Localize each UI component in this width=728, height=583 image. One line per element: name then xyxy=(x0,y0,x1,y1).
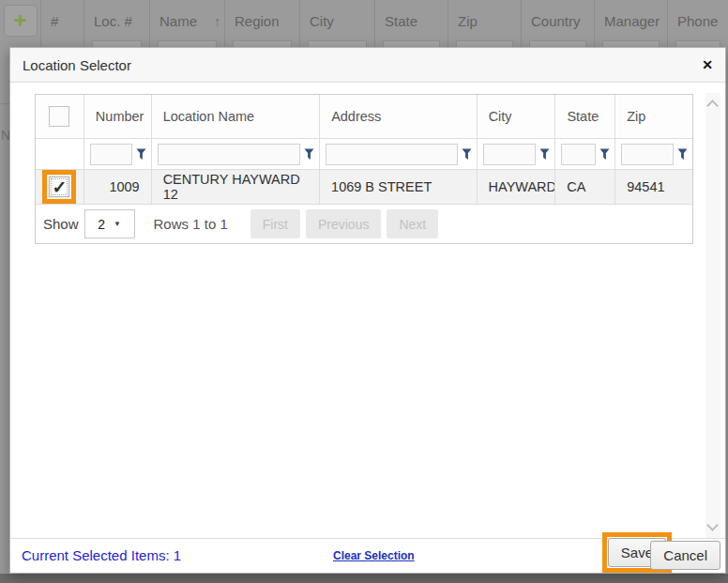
filter-cell-state xyxy=(555,139,615,169)
filter-cell-location-name xyxy=(152,139,320,169)
bg-col-phone: Phone xyxy=(668,0,728,47)
cancel-button[interactable]: Cancel xyxy=(650,541,720,570)
background-bottom-bar xyxy=(0,574,728,583)
filter-funnel-icon[interactable] xyxy=(462,147,473,161)
bg-col-label: City xyxy=(310,13,334,29)
checkbox-highlight-annotation: ✓ xyxy=(42,170,76,204)
bg-col-label: State xyxy=(385,13,417,29)
bg-col-zip: Zip xyxy=(448,0,522,47)
show-label: Show xyxy=(43,216,79,232)
bg-col-loc: Loc. # xyxy=(84,0,150,47)
cell-number: 1009 xyxy=(84,170,152,204)
rows-range-label: Rows 1 to 1 xyxy=(154,216,228,232)
col-header-number[interactable]: Number xyxy=(84,95,152,138)
previous-page-button[interactable]: Previous xyxy=(306,209,381,238)
background-add-cell: + xyxy=(0,0,41,47)
filter-funnel-icon[interactable] xyxy=(599,147,611,161)
next-page-button[interactable]: Next xyxy=(387,209,438,238)
bg-filter-input-top xyxy=(158,40,217,47)
background-table-header: + # Loc. # Name↑ Region City State Zip C… xyxy=(0,0,728,47)
page-size-value: 2 xyxy=(98,217,105,232)
dialog-titlebar: Location Selector ✕ xyxy=(10,48,725,83)
checkmark-icon: ✓ xyxy=(52,178,67,196)
bg-col-label: # xyxy=(51,13,58,29)
cell-address: 1069 B STREET xyxy=(320,170,477,204)
bg-col-manager: Manager xyxy=(595,0,668,47)
location-table: Number Location Name Address City State … xyxy=(35,94,693,244)
col-header-city[interactable]: City xyxy=(478,95,556,138)
background-partial-text: No xyxy=(1,128,9,143)
scroll-down-icon[interactable] xyxy=(706,519,719,531)
filter-location-name-input[interactable] xyxy=(158,144,300,165)
bg-filter-input-top xyxy=(602,40,660,47)
row-checkbox-cell: ✓ xyxy=(36,170,84,204)
bg-col-label: Manager xyxy=(604,13,660,29)
filter-number-input[interactable] xyxy=(90,144,132,165)
filter-address-input[interactable] xyxy=(326,144,458,165)
bg-col-city: City xyxy=(300,0,375,47)
sort-ascending-icon: ↑ xyxy=(214,13,221,29)
filter-cell-zip xyxy=(615,139,692,169)
background-left-edge: No xyxy=(0,47,9,574)
bg-col-region: Region xyxy=(225,0,300,47)
bg-col-label: Phone xyxy=(677,13,718,29)
bg-col-name: Name↑ xyxy=(150,0,225,47)
bg-col-label: Country xyxy=(531,13,581,29)
bg-filter-input-top xyxy=(529,40,586,47)
select-all-cell xyxy=(36,95,84,138)
filter-empty-cell xyxy=(36,139,84,169)
table-filter-row xyxy=(36,139,692,170)
chevron-down-icon: ▼ xyxy=(114,220,121,228)
filter-funnel-icon[interactable] xyxy=(304,147,315,161)
bg-col-state: State xyxy=(375,0,448,47)
bg-filter-input-top xyxy=(233,40,292,47)
bg-filter-input-top xyxy=(383,40,440,47)
select-all-checkbox[interactable] xyxy=(49,106,69,127)
selected-items-count: Current Selected Items: 1 xyxy=(22,547,181,563)
bg-col-label: Name xyxy=(159,13,197,29)
scroll-up-icon[interactable] xyxy=(706,100,719,112)
bg-filter-input-top xyxy=(92,40,142,47)
filter-funnel-icon[interactable] xyxy=(136,147,147,161)
bg-filter-input-top xyxy=(308,40,367,47)
close-icon[interactable]: ✕ xyxy=(702,57,713,72)
bg-col-country: Country xyxy=(522,0,595,47)
bg-col-label: Loc. # xyxy=(94,13,132,29)
table-header-row: Number Location Name Address City State … xyxy=(36,95,692,139)
clear-selection-link[interactable]: Clear Selection xyxy=(333,549,415,562)
cell-city: HAYWARD xyxy=(478,170,556,204)
col-header-address[interactable]: Address xyxy=(320,95,478,138)
bg-col-label: Region xyxy=(235,13,280,29)
bg-col-label: Zip xyxy=(458,13,478,29)
filter-cell-address xyxy=(320,139,478,169)
table-row[interactable]: ✓ 1009 CENTURY HAYWARD 12 1069 B STREET … xyxy=(36,170,692,205)
location-selector-dialog: Location Selector ✕ Number Location Name… xyxy=(9,47,726,574)
dialog-title: Location Selector xyxy=(23,57,131,73)
bg-filter-input-top xyxy=(675,40,720,47)
pagination-bar: Show 2 ▼ Rows 1 to 1 First Previous Next xyxy=(36,205,692,243)
background-row-divider xyxy=(0,103,9,104)
filter-zip-input[interactable] xyxy=(621,144,674,165)
filter-funnel-icon[interactable] xyxy=(539,147,551,161)
col-header-zip[interactable]: Zip xyxy=(615,95,692,138)
bg-filter-input-top xyxy=(456,40,513,47)
page-size-select[interactable]: 2 ▼ xyxy=(84,209,135,238)
plus-icon: + xyxy=(13,9,26,32)
filter-cell-number xyxy=(84,139,152,169)
modal-scrollbar[interactable] xyxy=(705,93,720,538)
cell-zip: 94541 xyxy=(615,170,692,204)
row-checkbox-checked[interactable]: ✓ xyxy=(49,176,69,197)
first-page-button[interactable]: First xyxy=(250,209,300,238)
bg-col-number: # xyxy=(41,0,84,47)
cell-state: CA xyxy=(555,170,615,204)
dialog-footer: Current Selected Items: 1 Clear Selectio… xyxy=(10,538,725,573)
add-location-button[interactable]: + xyxy=(4,5,38,37)
cell-location-name: CENTURY HAYWARD 12 xyxy=(152,170,320,204)
col-header-location-name[interactable]: Location Name xyxy=(152,95,320,138)
col-header-state[interactable]: State xyxy=(555,95,615,138)
filter-cell-city xyxy=(478,139,556,169)
filter-city-input[interactable] xyxy=(483,144,537,165)
filter-funnel-icon[interactable] xyxy=(677,147,689,161)
filter-state-input[interactable] xyxy=(561,144,596,165)
